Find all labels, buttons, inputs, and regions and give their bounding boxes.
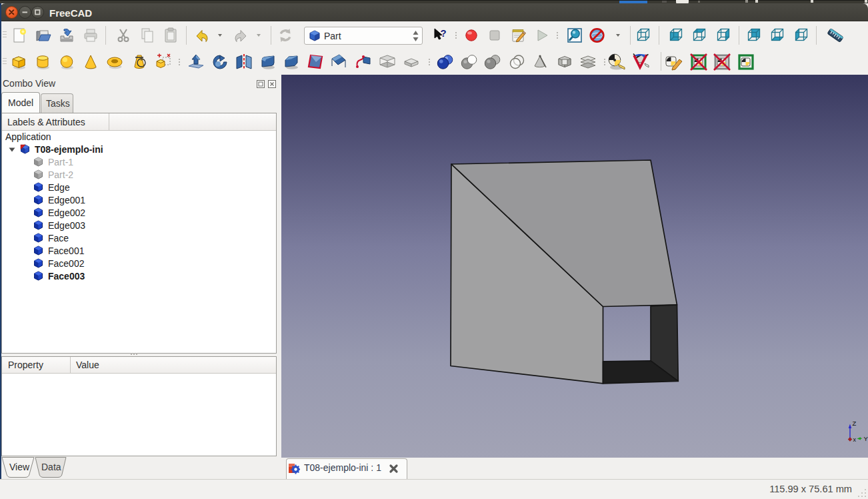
- svg-text:Data: Data: [41, 462, 61, 472]
- svg-text:Y: Y: [864, 435, 868, 442]
- svg-text:?: ?: [441, 27, 447, 39]
- svg-text:x: x: [853, 436, 857, 443]
- svg-text:View: View: [9, 462, 30, 472]
- svg-text:Z: Z: [853, 420, 857, 427]
